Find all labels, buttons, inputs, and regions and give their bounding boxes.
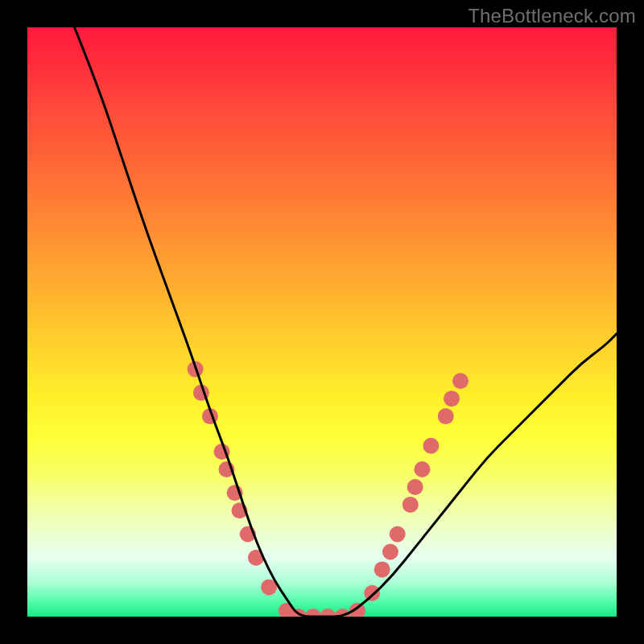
highlight-marker <box>402 497 419 513</box>
highlight-marker <box>444 390 460 407</box>
bottleneck-curve <box>75 27 617 617</box>
highlight-marker <box>374 561 390 577</box>
marker-layer <box>188 361 469 617</box>
highlight-marker <box>364 585 380 601</box>
highlight-marker <box>382 543 398 559</box>
watermark-text: TheBottleneck.com <box>468 5 636 27</box>
highlight-marker <box>452 373 469 389</box>
highlight-marker <box>423 438 439 454</box>
highlight-marker <box>414 461 430 477</box>
highlight-marker <box>407 479 423 495</box>
highlight-marker <box>438 408 454 424</box>
chart-svg <box>27 27 617 617</box>
chart-frame: TheBottleneck.com <box>0 0 644 644</box>
highlight-marker <box>390 526 406 543</box>
plot-area <box>27 27 617 617</box>
